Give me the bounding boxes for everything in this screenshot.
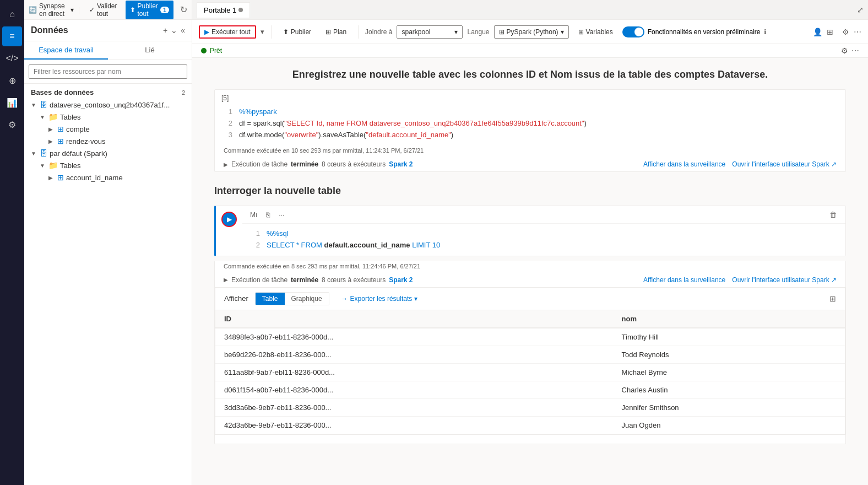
sparkpool-select[interactable]: sparkpool ▾: [397, 25, 463, 39]
chart-view-button[interactable]: Graphique: [285, 293, 329, 305]
cell2-line-num-1: 1: [251, 228, 260, 240]
notebook-tab-1[interactable]: Portable 1: [197, 2, 250, 18]
rail-manage-icon[interactable]: ⚙: [2, 115, 22, 134]
rdv-label: rendez-vous: [66, 137, 106, 146]
code-text-3-1: df.write.mode("overwrite").saveAsTable("…: [239, 130, 837, 141]
run-all-icon: ▶: [204, 28, 209, 36]
code-line-3: 3 df.write.mode("overwrite").saveAsTable…: [224, 130, 837, 141]
db-item-dataverse[interactable]: ▼ 🗄 dataverse_contoso_unq2b40367a1f...: [24, 99, 192, 111]
grid-view-icon[interactable]: ⊞: [827, 28, 833, 36]
c2-2-1: SELECT * FROM: [267, 241, 324, 249]
status-text: Prêt: [210, 47, 222, 55]
cell2-link1[interactable]: Afficher dans la surveillance: [643, 276, 725, 284]
synapse-chevron[interactable]: ▾: [70, 6, 74, 14]
cell2-task-label: Exécution de tâche: [231, 276, 287, 284]
results-toolbar: Afficher Table Graphique → Exporter les …: [215, 288, 845, 310]
synapse-label: Synapse en direct: [39, 2, 68, 18]
language-select[interactable]: ⊞ PySpark (Python) ▾: [494, 25, 569, 39]
cell2-toolbar: Mı ⎘ ··· 🗑: [242, 206, 845, 224]
cell1-meta: Commande exécutée en 10 sec 293 ms par m…: [215, 145, 845, 158]
rdv-icon: ⊞: [57, 137, 64, 146]
cell1-link2[interactable]: Ouvrir l'interface utilisateur Spark ↗: [732, 160, 837, 168]
run-dropdown-icon[interactable]: ▾: [261, 28, 264, 36]
table-row: be69d226-02b8-eb11-8236-000...Todd Reyno…: [215, 346, 845, 363]
variables-button[interactable]: ⊞ Variables: [573, 25, 618, 39]
account-icon: ⊞: [57, 173, 64, 182]
cell1-chevron[interactable]: ▶: [224, 161, 228, 168]
variables-label: Variables: [586, 28, 613, 36]
databases-section[interactable]: Bases de données 2: [24, 86, 192, 99]
publish-button[interactable]: ⬆ Publier tout 1: [126, 1, 173, 19]
db1-folder-icon: 📁: [48, 112, 58, 121]
cell2-code-text-2: SELECT * FROM default.account_id_name LI…: [267, 240, 837, 251]
collapse-icon[interactable]: ⌄: [171, 26, 177, 35]
rdv-chevron: ▶: [48, 138, 57, 144]
rail-integrate-icon[interactable]: ⊕: [2, 71, 22, 90]
cell2-copy-btn[interactable]: ⎘: [263, 210, 273, 220]
run-all-label: Exécuter tout: [211, 28, 251, 36]
cell1-link1[interactable]: Afficher dans la surveillance: [643, 160, 725, 168]
cell2-delete-btn[interactable]: 🗑: [825, 208, 841, 221]
preview-info-icon[interactable]: ℹ: [764, 28, 767, 36]
sidebar-close-icon[interactable]: «: [181, 26, 185, 35]
cell1-block: [5] 1 %%pyspark 2 df = spark.sql("SELECT…: [214, 89, 846, 172]
cell1-heading: Enregistrez une nouvelle table avec les …: [214, 69, 846, 80]
c-3-1: df.write.mode(: [239, 131, 284, 139]
db2-tables-chevron: ▼: [40, 163, 48, 169]
table-compte[interactable]: ▶ ⊞ compte: [24, 123, 192, 135]
rail-data-icon[interactable]: ≡: [2, 26, 22, 46]
cell2-link2[interactable]: Ouvrir l'interface utilisateur Spark ↗: [732, 276, 837, 284]
tab-linked[interactable]: Lié: [108, 41, 192, 60]
cell2-code-text-1: %%sql: [267, 228, 837, 240]
db-item-default[interactable]: ▼ 🗄 par défaut (Spark): [24, 147, 192, 159]
db2-label: par défaut (Spark): [50, 149, 107, 158]
sidebar-header: Données + ⌄ «: [24, 20, 192, 41]
publish-nb-button[interactable]: ⬆ Publier: [278, 25, 316, 39]
add-icon[interactable]: +: [163, 26, 167, 35]
publish-badge: 1: [160, 7, 169, 13]
cell2-more-btn[interactable]: ···: [275, 210, 287, 220]
plan-label: Plan: [333, 28, 346, 36]
account-chevron: ▶: [48, 175, 57, 181]
status-more-icon[interactable]: ⋯: [851, 46, 859, 55]
cell2-line-num-2: 2: [251, 240, 260, 251]
cell2-exec-chevron[interactable]: ▶: [224, 277, 228, 283]
cell2-run-button[interactable]: ▶: [221, 212, 237, 227]
publish-icon: ⬆: [130, 6, 135, 14]
table-rendez-vous[interactable]: ▶ ⊞ rendez-vous: [24, 135, 192, 147]
results-grid-icon[interactable]: ⊞: [829, 294, 836, 303]
person-icon[interactable]: 👤: [813, 28, 822, 36]
sidebar-tree: Bases de données 2 ▼ 🗄 dataverse_contoso…: [24, 84, 192, 485]
db2-tables-folder[interactable]: ▼ 📁 Tables: [24, 159, 192, 171]
search-input[interactable]: [29, 64, 187, 79]
db1-tables-label: Tables: [60, 113, 81, 121]
cell1-exec-info: ▶ Exécution de tâche terminée 8 cœurs à …: [215, 158, 845, 171]
cell2-run-area: ▶: [216, 206, 242, 256]
refresh-icon[interactable]: ↻: [180, 4, 187, 15]
db1-tables-folder[interactable]: ▼ 📁 Tables: [24, 111, 192, 123]
table-view-button[interactable]: Table: [256, 293, 285, 305]
validate-button[interactable]: ✓ Valider tout: [84, 0, 122, 20]
cell-id: 611aa8bf-9ab7-ebl11-8236-000d...: [215, 363, 613, 381]
table-row: d061f154-a0b7-eb11-8236-000d...Charles A…: [215, 381, 845, 398]
tab-workspace[interactable]: Espace de travail: [24, 41, 108, 60]
table-account-id-name[interactable]: ▶ ⊞ account_id_name: [24, 171, 192, 184]
cell2-code-line-2: 2 SELECT * FROM default.account_id_name …: [251, 240, 837, 251]
settings-icon[interactable]: ⚙: [842, 28, 849, 36]
export-button[interactable]: → Exporter les résultats ▾: [336, 293, 424, 305]
cell2-links: Afficher dans la surveillance Ouvrir l'i…: [643, 276, 837, 284]
cell2-md-btn[interactable]: Mı: [247, 210, 261, 220]
results-tbody: 34898fe3-a0b7-eb11-8236-000d...Timothy H…: [215, 328, 845, 434]
plan-button[interactable]: ⊞ Plan: [321, 25, 351, 39]
more-icon[interactable]: ⋯: [854, 28, 861, 36]
status-settings-icon[interactable]: ⚙: [841, 46, 848, 55]
rail-develop-icon[interactable]: </>: [2, 48, 22, 68]
run-all-button[interactable]: ▶ Exécuter tout: [199, 25, 256, 39]
cell2-content: Mı ⎘ ··· 🗑 1 %%sql 2: [242, 206, 845, 256]
expand-button[interactable]: ⤢: [857, 6, 864, 14]
results-thead: ID nom: [215, 310, 845, 328]
code-text-1-1: %%pyspark: [239, 106, 837, 118]
preview-toggle-switch[interactable]: [622, 26, 644, 37]
rail-home-icon[interactable]: ⌂: [2, 4, 22, 24]
rail-monitor-icon[interactable]: 📊: [2, 93, 22, 112]
